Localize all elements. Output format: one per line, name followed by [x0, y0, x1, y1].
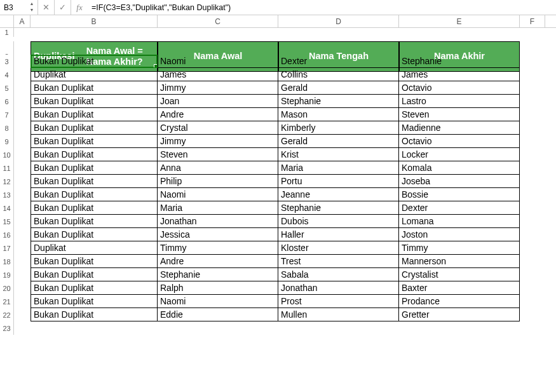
cell-E5[interactable]: Octavio: [399, 81, 520, 95]
cell-E13[interactable]: Bossie: [399, 188, 520, 201]
cell-E7[interactable]: Steven: [399, 108, 520, 121]
cell-D12[interactable]: Portu: [278, 175, 399, 188]
cell-C6[interactable]: Joan: [158, 95, 278, 108]
cell-D10[interactable]: Krist: [278, 148, 399, 161]
cell-B9[interactable]: Bukan Duplikat: [31, 135, 158, 148]
cell-C16[interactable]: Jessica: [158, 228, 278, 241]
cell-B11[interactable]: Bukan Duplikat: [31, 161, 158, 175]
cell-B8[interactable]: Bukan Duplikat: [31, 121, 158, 135]
cell-E10[interactable]: Locker: [399, 148, 520, 161]
cell-F5[interactable]: [520, 81, 545, 95]
row-header-3[interactable]: 3: [0, 55, 14, 68]
row-header-17[interactable]: 17: [0, 241, 14, 255]
cell-blank-23[interactable]: [399, 321, 520, 335]
cell-blank[interactable]: [31, 28, 158, 37]
cell-D21[interactable]: Prost: [278, 295, 399, 308]
cell-B13[interactable]: Bukan Duplikat: [31, 188, 158, 201]
cell-E14[interactable]: Dexter: [399, 201, 520, 215]
formula-input[interactable]: [88, 0, 556, 15]
cell-B17[interactable]: Duplikat: [31, 241, 158, 255]
cell-E22[interactable]: Gretter: [399, 308, 520, 321]
cell-E20[interactable]: Baxter: [399, 281, 520, 295]
row-header-10[interactable]: 10: [0, 148, 14, 161]
cell-D3[interactable]: Dexter: [278, 55, 399, 68]
cell-B7[interactable]: Bukan Duplikat: [31, 108, 158, 121]
cell-F22[interactable]: [520, 308, 545, 321]
cell-A5[interactable]: [14, 81, 31, 95]
select-all-corner[interactable]: [0, 15, 14, 27]
cell-blank[interactable]: [14, 28, 31, 37]
cell-B10[interactable]: Bukan Duplikat: [31, 148, 158, 161]
cell-B20[interactable]: Bukan Duplikat: [31, 281, 158, 295]
row-header-22[interactable]: 22: [0, 308, 14, 321]
cell-B16[interactable]: Bukan Duplikat: [31, 228, 158, 241]
row-header-19[interactable]: 19: [0, 268, 14, 281]
cell-C8[interactable]: Crystal: [158, 121, 278, 135]
cell-blank-23[interactable]: [14, 321, 31, 335]
cell-E9[interactable]: Octavio: [399, 135, 520, 148]
cell-B3[interactable]: Bukan Duplikat: [31, 55, 158, 68]
cell-blank[interactable]: [520, 28, 545, 37]
cell-C5[interactable]: Jimmy: [158, 81, 278, 95]
cell-D6[interactable]: Stephanie: [278, 95, 399, 108]
cell-E19[interactable]: Crystalist: [399, 268, 520, 281]
cell-F4[interactable]: [520, 68, 545, 81]
cell-B21[interactable]: Bukan Duplikat: [31, 295, 158, 308]
cell-B15[interactable]: Bukan Duplikat: [31, 215, 158, 228]
col-header-A[interactable]: A: [14, 15, 31, 27]
cell-D7[interactable]: Mason: [278, 108, 399, 121]
cell-C21[interactable]: Naomi: [158, 295, 278, 308]
cell-F17[interactable]: [520, 241, 545, 255]
cell-F20[interactable]: [520, 281, 545, 295]
cell-C14[interactable]: Maria: [158, 201, 278, 215]
row-header-21[interactable]: 21: [0, 295, 14, 308]
row-header-12[interactable]: 12: [0, 175, 14, 188]
cell-C19[interactable]: Stephanie: [158, 268, 278, 281]
cell-B12[interactable]: Bukan Duplikat: [31, 175, 158, 188]
row-header-14[interactable]: 14: [0, 201, 14, 215]
row-header-8[interactable]: 8: [0, 121, 14, 135]
cell-E3[interactable]: Stephanie: [399, 55, 520, 68]
cell-C17[interactable]: Timmy: [158, 241, 278, 255]
row-header-9[interactable]: 9: [0, 135, 14, 148]
row-header-6[interactable]: 6: [0, 95, 14, 108]
cell-blank[interactable]: [158, 28, 278, 37]
cell-B18[interactable]: Bukan Duplikat: [31, 255, 158, 268]
name-box-up-icon[interactable]: ▲: [29, 1, 35, 8]
cell-E8[interactable]: Madienne: [399, 121, 520, 135]
col-header-D[interactable]: D: [278, 15, 399, 27]
cell-F14[interactable]: [520, 201, 545, 215]
cell-A4[interactable]: [14, 68, 31, 81]
cell-B14[interactable]: Bukan Duplikat: [31, 201, 158, 215]
cell-F12[interactable]: [520, 175, 545, 188]
cell-C9[interactable]: Jimmy: [158, 135, 278, 148]
cell-D19[interactable]: Sabala: [278, 268, 399, 281]
col-header-F[interactable]: F: [520, 15, 545, 27]
cell-E4[interactable]: James: [399, 68, 520, 81]
cell-D20[interactable]: Jonathan: [278, 281, 399, 295]
cell-A17[interactable]: [14, 241, 31, 255]
row-header-13[interactable]: 13: [0, 188, 14, 201]
cell-C3[interactable]: Naomi: [158, 55, 278, 68]
row-header-11[interactable]: 11: [0, 161, 14, 175]
formula-cancel-button[interactable]: ✕: [38, 0, 55, 15]
cell-D11[interactable]: Maria: [278, 161, 399, 175]
cell-D22[interactable]: Mullen: [278, 308, 399, 321]
cell-A6[interactable]: [14, 95, 31, 108]
cell-F19[interactable]: [520, 268, 545, 281]
col-header-C[interactable]: C: [158, 15, 278, 27]
cell-D15[interactable]: Dubois: [278, 215, 399, 228]
cell-C22[interactable]: Eddie: [158, 308, 278, 321]
cell-D9[interactable]: Gerald: [278, 135, 399, 148]
cell-D18[interactable]: Trest: [278, 255, 399, 268]
cell-C13[interactable]: Naomi: [158, 188, 278, 201]
name-box[interactable]: B3 ▲ ▼: [0, 0, 38, 15]
cell-D5[interactable]: Gerald: [278, 81, 399, 95]
cell-A14[interactable]: [14, 201, 31, 215]
cell-C18[interactable]: Andre: [158, 255, 278, 268]
cell-E16[interactable]: Joston: [399, 228, 520, 241]
fx-button[interactable]: fx: [71, 0, 88, 15]
row-header-5[interactable]: 5: [0, 81, 14, 95]
cell-F15[interactable]: [520, 215, 545, 228]
cell-A8[interactable]: [14, 121, 31, 135]
